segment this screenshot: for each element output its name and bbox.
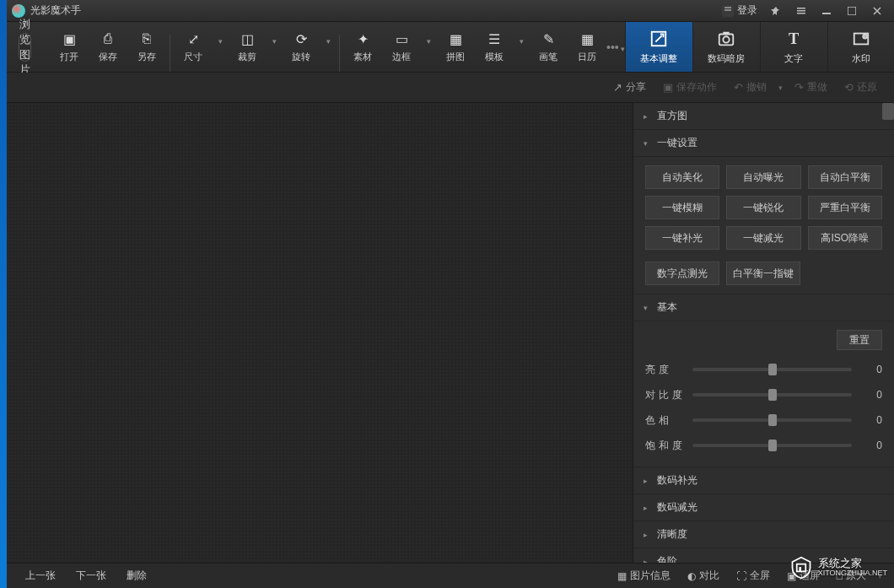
oneclick-btn-5[interactable]: 严重白平衡 [808, 196, 882, 219]
tab-adjust[interactable]: 基本调整 [625, 22, 692, 72]
bottom-bar: 上一张 下一张 删除 ▦图片信息 ◐对比 ⛶全屏 ▣适屏 □原大 ▾ [7, 563, 894, 588]
oneclick-btn-3[interactable]: 一键模糊 [645, 196, 719, 219]
tool-calendar[interactable]: ▦日历 [568, 22, 606, 72]
tool-template-dropdown[interactable]: ▾ [514, 22, 529, 72]
tool-resize-dropdown[interactable]: ▾ [213, 22, 228, 72]
fit-icon: ▣ [787, 570, 796, 582]
maximize-button[interactable] [840, 3, 864, 19]
slider-track[interactable] [692, 444, 852, 447]
tool-rotate[interactable]: ⟳旋转 [282, 22, 320, 72]
slider-track[interactable] [692, 418, 852, 422]
svg-rect-2 [797, 13, 805, 14]
save-action-button[interactable]: ▣保存动作 [654, 80, 725, 94]
main-toolbar: 浏览图片 ▣打开⎙保存⎘另存⤢尺寸▾◫裁剪▾⟳旋转▾✦素材▭边框▾▦拼图☰模板▾… [7, 22, 894, 73]
slider-value: 0 [852, 364, 882, 375]
section-levels[interactable]: ▸色阶 [633, 548, 894, 563]
oneclick-btn-4[interactable]: 一键锐化 [726, 196, 800, 219]
fit-button[interactable]: ▣适屏 [778, 569, 828, 583]
slider-thumb[interactable] [768, 364, 777, 375]
menu-button[interactable] [789, 3, 813, 19]
next-button[interactable]: 下一张 [66, 566, 116, 585]
oneclick-btn-0[interactable]: 自动美化 [645, 165, 719, 189]
chevron-down-icon: ▾ [644, 304, 652, 312]
tab-text[interactable]: T文字 [760, 22, 827, 72]
image-info-button[interactable]: ▦图片信息 [609, 569, 679, 583]
slider-label: 色相 [645, 413, 692, 428]
chevron-right-icon: ▸ [644, 504, 652, 512]
tool-save[interactable]: ⎙保存 [89, 22, 127, 72]
slider-thumb[interactable] [768, 389, 777, 401]
section-one-click[interactable]: ▾一键设置 [633, 130, 894, 157]
app-title: 光影魔术手 [30, 3, 81, 18]
close-button[interactable] [865, 3, 889, 19]
tab-watermark[interactable]: 水印 [827, 22, 894, 72]
scrollbar-thumb[interactable] [882, 103, 894, 120]
section-digital-fill[interactable]: ▸数码补光 [633, 467, 894, 494]
prev-button[interactable]: 上一张 [15, 566, 66, 585]
sub-toolbar: ↗分享 ▣保存动作 ↶撤销 ▾ ↷重做 ⟲还原 [7, 73, 894, 103]
frame-icon: ▭ [393, 30, 410, 47]
toolbar-more-button[interactable]: •••▾ [606, 40, 625, 54]
oneclick-btn-6[interactable]: 一键补光 [645, 226, 719, 250]
undo-button[interactable]: ↶撤销 [725, 80, 775, 94]
oneclick-btn-7[interactable]: 一键减光 [726, 226, 800, 250]
tool-resize[interactable]: ⤢尺寸 [174, 22, 213, 72]
tool-frame-dropdown[interactable]: ▾ [421, 22, 436, 72]
oneclick-btn-2[interactable]: 自动白平衡 [808, 165, 882, 189]
slider-row-3: 饱和度 0 [645, 433, 882, 458]
svg-point-7 [724, 36, 730, 42]
fullscreen-button[interactable]: ⛶全屏 [728, 569, 778, 583]
oneclick-extra-1[interactable]: 白平衡一指键 [726, 262, 800, 285]
canvas-area[interactable] [7, 103, 633, 563]
minimize-button[interactable] [815, 3, 838, 19]
revert-button[interactable]: ⟲还原 [836, 80, 886, 94]
section-histogram[interactable]: ▸直方图 [633, 103, 894, 130]
info-icon: ▦ [617, 570, 627, 582]
original-size-button[interactable]: □原大 [828, 569, 875, 583]
tool-frame[interactable]: ▭边框 [382, 22, 421, 72]
slider-row-1: 对比度 0 [645, 382, 882, 407]
slider-track[interactable] [692, 368, 852, 371]
fullscreen-icon: ⛶ [736, 570, 746, 582]
svg-text:T: T [789, 30, 799, 47]
redo-button[interactable]: ↷重做 [786, 80, 836, 94]
delete-button[interactable]: 删除 [116, 566, 157, 585]
chevron-right-icon: ▸ [644, 112, 652, 121]
tool-template[interactable]: ☰模板 [475, 22, 514, 72]
compare-button[interactable]: ◐对比 [679, 569, 728, 583]
darkroom-icon [716, 29, 736, 49]
chevron-right-icon: ▸ [644, 531, 652, 539]
tab-darkroom[interactable]: 数码暗房 [692, 22, 760, 72]
section-basic[interactable]: ▾基本 [633, 294, 894, 321]
undo-dropdown[interactable]: ▾ [775, 84, 786, 92]
share-button[interactable]: ↗分享 [605, 80, 654, 94]
tool-brush[interactable]: ✎画笔 [529, 22, 568, 72]
tool-rotate-dropdown[interactable]: ▾ [320, 22, 336, 72]
collage-icon: ▦ [447, 30, 464, 47]
oneclick-extra-0[interactable]: 数字点测光 [645, 262, 719, 285]
section-clarity[interactable]: ▸清晰度 [633, 521, 894, 548]
material-icon: ✦ [354, 30, 371, 47]
login-button[interactable]: 登录 [717, 3, 762, 18]
section-digital-reduce[interactable]: ▸数码减光 [633, 494, 894, 521]
tool-collage[interactable]: ▦拼图 [436, 22, 475, 72]
chevron-right-icon: ▸ [644, 477, 652, 485]
oneclick-btn-8[interactable]: 高ISO降噪 [808, 226, 882, 250]
pin-button[interactable] [764, 3, 788, 19]
tool-crop[interactable]: ◫裁剪 [228, 22, 267, 72]
resize-icon: ⤢ [185, 30, 202, 47]
tool-open[interactable]: ▣打开 [50, 22, 89, 72]
slider-track[interactable] [692, 393, 852, 396]
tool-crop-dropdown[interactable]: ▾ [267, 22, 282, 72]
tool-save-as[interactable]: ⎘另存 [127, 22, 166, 72]
slider-thumb[interactable] [768, 440, 777, 451]
calendar-icon: ▦ [579, 30, 595, 47]
zoom-dropdown[interactable]: ▾ [875, 572, 886, 580]
tool-material[interactable]: ✦素材 [343, 22, 382, 72]
oneclick-btn-1[interactable]: 自动曝光 [726, 165, 800, 189]
browse-button[interactable]: 浏览图片 [19, 33, 31, 62]
slider-thumb[interactable] [768, 414, 777, 426]
reset-button[interactable]: 重置 [837, 330, 882, 350]
svg-rect-8 [724, 32, 730, 35]
app-icon [12, 4, 25, 18]
